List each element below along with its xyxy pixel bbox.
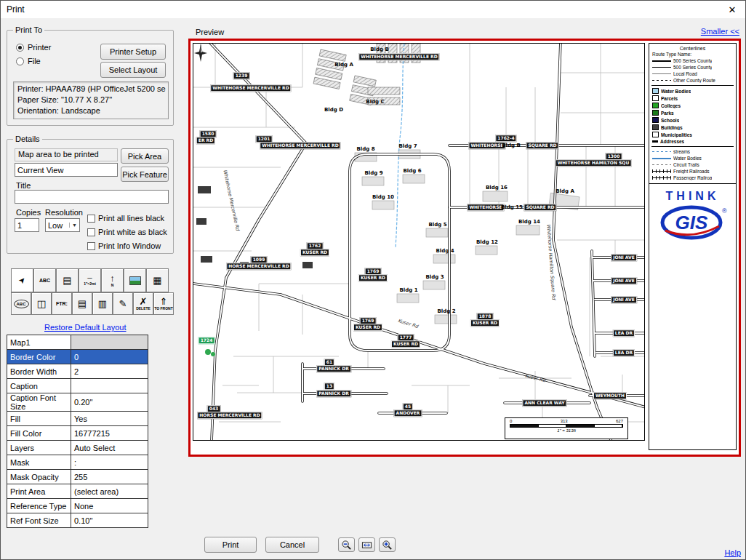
printer-info: Printer: HPAAA789 (HP OfficeJet 5200 se … (13, 81, 169, 119)
property-row-caption-font-size[interactable]: Caption Font Size0.20" (7, 393, 148, 412)
legend-lines: streamsWater BodiesCircuit TrailsFreight… (652, 149, 733, 180)
zoom-out-button[interactable] (338, 537, 355, 552)
property-row-mask[interactable]: Mask: (7, 455, 148, 470)
legend-line-row: Passenger Railroa (652, 175, 733, 180)
legend-tool-icon[interactable]: ▤ (56, 268, 79, 292)
property-row-mask-opacity[interactable]: Mask Opacity255 (7, 470, 148, 484)
property-name[interactable]: Caption Font Size (7, 393, 71, 412)
property-row-caption[interactable]: Caption (7, 379, 148, 393)
scalebar-tool-icon[interactable]: ─1"=2mi (79, 268, 101, 292)
property-name[interactable]: Mask Opacity (7, 470, 71, 484)
delete-tool-icon[interactable]: ✗DELETE (133, 292, 153, 315)
legend-area-row: Buildings (652, 124, 733, 130)
scale-caption: 1" = 313ft (510, 428, 623, 433)
pick-feature-button[interactable]: Pick Feature (121, 167, 169, 182)
scale-tick: 0 (510, 419, 512, 424)
property-row-layers[interactable]: LayersAuto Select (7, 441, 148, 455)
property-row-border-width[interactable]: Border Width2 (7, 364, 148, 379)
copies-input[interactable] (15, 218, 39, 232)
property-row-border-color[interactable]: Border Color0 (7, 350, 148, 364)
north-arrow-tool-icon[interactable]: ↑N (101, 268, 124, 292)
printer-setup-button[interactable]: Printer Setup (100, 44, 166, 60)
select-layout-button[interactable]: Select Layout (100, 62, 166, 78)
property-row-print-area[interactable]: Print Area(select area) (7, 484, 148, 499)
property-value[interactable]: None (71, 499, 148, 513)
property-value[interactable]: 0 (71, 350, 148, 364)
property-name[interactable]: Fill Color (7, 426, 71, 441)
restore-default-layout-link[interactable]: Restore Default Layout (44, 323, 127, 332)
text-label-tool-icon[interactable]: ABC (33, 268, 56, 292)
select-tool-icon[interactable]: ➤ (11, 268, 33, 292)
checkbox-icon[interactable] (87, 242, 95, 250)
title-input[interactable] (15, 190, 169, 204)
map-preview[interactable]: WHITEHORSE MERCERVILLE RD1239WHITEHORSE … (193, 43, 645, 441)
page-list-tool-icon[interactable]: ▤ (72, 292, 92, 315)
property-value[interactable]: 0.10" (71, 513, 148, 528)
property-value[interactable]: Yes (71, 412, 148, 426)
info-box-tool-icon[interactable]: ▦ (146, 268, 169, 292)
property-name[interactable]: Print Area (7, 484, 71, 499)
radio-printer-icon[interactable] (16, 44, 24, 52)
cancel-button[interactable]: Cancel (265, 537, 319, 553)
checkbox-info-window[interactable]: Print Info Window (87, 241, 161, 250)
print-preview[interactable]: WHITEHORSE MERCERVILLE RD1239WHITEHORSE … (188, 39, 741, 457)
property-row-fill-color[interactable]: Fill Color16777215 (7, 426, 148, 441)
property-name[interactable]: Caption (7, 379, 71, 393)
scale-tick: 313 (561, 419, 568, 424)
checkbox-white-as-black[interactable]: Print white as black (87, 228, 167, 236)
property-row-reference-type[interactable]: Reference TypeNone (7, 499, 148, 513)
property-name[interactable]: Mask (7, 455, 71, 470)
property-value[interactable]: (select area) (71, 484, 148, 499)
close-icon[interactable]: ✕ (719, 1, 745, 18)
property-name[interactable]: Border Width (7, 364, 71, 379)
property-name[interactable]: Fill (7, 412, 71, 426)
fit-width-button[interactable] (358, 537, 375, 552)
property-name[interactable]: Reference Type (7, 499, 71, 513)
zoom-in-button[interactable] (379, 537, 396, 552)
help-link[interactable]: Help (724, 548, 741, 557)
legend-line-row: Freight Railroads (652, 169, 733, 174)
property-value[interactable]: : (71, 455, 148, 470)
line-sample-icon (652, 156, 671, 161)
feature-tool-icon[interactable]: FTR: (52, 292, 72, 315)
property-value[interactable]: 2 (71, 364, 148, 379)
property-row-ref-font-size[interactable]: Ref Font Size0.10" (7, 513, 148, 528)
legend-label: 500 Series County (673, 65, 712, 70)
pencil-tool-icon[interactable]: ✎ (113, 292, 133, 315)
page-list-tool-icon: ▤ (78, 299, 87, 308)
property-row-fill[interactable]: FillYes (7, 412, 148, 426)
abc-oval-tool-icon[interactable]: ABC (11, 292, 31, 315)
legend-centerlines-title: Centerlines (652, 46, 733, 51)
resolution-select[interactable]: Low▼ (45, 218, 80, 232)
property-name[interactable]: Border Color (7, 350, 71, 364)
smaller-link[interactable]: Smaller << (701, 27, 739, 36)
overlap-pages-tool-icon[interactable]: ◫ (31, 292, 52, 315)
property-value[interactable]: Auto Select (71, 441, 148, 455)
legend-route-row: Local Road (652, 71, 733, 76)
property-value[interactable]: 16777215 (71, 426, 148, 441)
legend-areas: Water BodiesParcelsCollegesParksSchoolsB… (652, 88, 733, 137)
radio-file[interactable]: File (16, 57, 41, 65)
details-group: Details Map area to be printed Current V… (7, 139, 174, 254)
window-title: Print (7, 4, 25, 15)
checkbox-icon[interactable] (87, 228, 95, 236)
checkbox-all-lines-black[interactable]: Print all lines black (87, 214, 164, 223)
property-name[interactable]: Ref Font Size (7, 513, 71, 528)
line-sample-icon (652, 71, 671, 76)
radio-printer[interactable]: Printer (16, 43, 51, 52)
image-tool-icon[interactable] (124, 268, 146, 292)
orientation: Orientation: Landscape (17, 105, 164, 116)
pencil-tool-icon: ✎ (119, 299, 127, 308)
property-value[interactable]: 255 (71, 470, 148, 484)
map-area-combo[interactable]: Current View (15, 163, 118, 177)
checkbox-icon[interactable] (87, 215, 95, 223)
to-front-tool-icon[interactable]: ⇑TO FRONT (153, 292, 174, 315)
property-value[interactable]: 0.20" (71, 393, 148, 412)
delete-tool-icon: ✗ (140, 297, 148, 306)
print-button[interactable]: Print (204, 537, 257, 553)
page-grid-tool-icon[interactable]: ▥ (92, 292, 113, 315)
property-name[interactable]: Layers (7, 441, 71, 455)
radio-file-icon[interactable] (16, 57, 24, 65)
property-value[interactable] (71, 379, 148, 393)
pick-area-button[interactable]: Pick Area (121, 148, 169, 164)
